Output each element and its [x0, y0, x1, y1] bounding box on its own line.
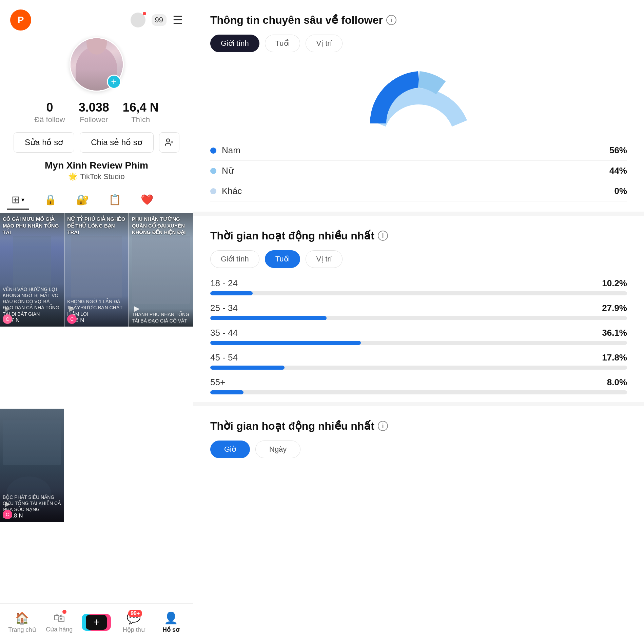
age-35-44-pct: 36.1% — [602, 328, 627, 338]
tab-videos[interactable]: ⊞ ▾ — [7, 190, 29, 209]
section-divider-1 — [193, 212, 644, 216]
nav-create[interactable]: + — [78, 614, 115, 631]
add-photo-button[interactable]: + — [107, 75, 121, 89]
tab-age-location[interactable]: Vị trí — [306, 250, 342, 268]
silhouette-head — [86, 37, 107, 55]
bar-fill-35-44 — [210, 341, 361, 345]
followers-stat: 3.038 Follower — [79, 100, 109, 124]
active-time-filter-tabs: Giới tính Tuổi Vị trí — [210, 250, 627, 268]
channel-badge-2: C — [67, 314, 77, 324]
edit-profile-button[interactable]: Sửa hồ sơ — [14, 132, 74, 153]
tab-dropdown-icon: ▾ — [21, 196, 24, 203]
female-dot — [210, 168, 216, 174]
female-pct: 44% — [609, 165, 627, 176]
tab-age[interactable]: Tuổi — [265, 35, 300, 52]
bar-fill-18-24 — [210, 291, 253, 295]
info-icon-1[interactable]: i — [386, 15, 396, 25]
gender-row-other: Khác 0% — [210, 181, 627, 201]
age-25-34-pct: 27.9% — [602, 303, 627, 313]
bar-track-45-54 — [210, 366, 627, 370]
tab-age-gender[interactable]: Giới tính — [210, 250, 259, 268]
nav-profile[interactable]: 👤 Hồ sơ — [152, 611, 190, 633]
tab-favorites[interactable]: 🔒 — [39, 190, 61, 209]
info-icon-2[interactable]: i — [378, 231, 388, 241]
tab-saved[interactable]: ❤️ — [136, 190, 158, 209]
bar-fill-45-54 — [210, 366, 285, 370]
notification-area — [131, 13, 145, 27]
gender-stats: Nam 56% Nữ 44% Khác 0% — [210, 140, 627, 201]
follower-filter-tabs: Giới tính Tuổi Vị trí — [210, 35, 627, 52]
age-18-24-pct: 10.2% — [602, 278, 627, 289]
nav-home[interactable]: 🏠 Trang chủ — [3, 611, 41, 633]
age-45-54-header: 45 - 54 17.8% — [210, 352, 627, 363]
video-grid: CÔ GÁI MƯU MÔ GIẢ MẠO PHU NHÂN TỔNG TÀI … — [0, 213, 193, 603]
age-55plus-header: 55+ 8.0% — [210, 377, 627, 388]
male-pct: 56% — [609, 145, 627, 156]
active-time-2-title: Thời gian hoạt động nhiều nhất i — [210, 419, 627, 432]
hamburger-menu[interactable]: ☰ — [173, 13, 183, 27]
age-row-18-24: 18 - 24 10.2% — [210, 278, 627, 295]
time-tabs: Giờ Ngày — [210, 441, 627, 458]
video-4-caption: BỘC PHÁT SIÊU NĂNG CỨU TỔNG TÀI KHIẾN CẢ… — [3, 494, 61, 513]
followers-label: Follower — [80, 115, 108, 124]
likes-label: Thích — [131, 115, 150, 124]
info-icon-3[interactable]: i — [378, 421, 388, 431]
age-25-34-header: 25 - 34 27.9% — [210, 303, 627, 313]
age-section: 18 - 24 10.2% 25 - 34 27.9% 35 - 44 36.1… — [210, 278, 627, 394]
notification-icon[interactable] — [131, 13, 145, 27]
age-row-45-54: 45 - 54 17.8% — [210, 352, 627, 370]
other-label: Khác — [222, 186, 614, 196]
profile-icon: 👤 — [164, 611, 178, 625]
age-row-25-34: 25 - 34 27.9% — [210, 303, 627, 320]
videos-icon: ⊞ — [12, 194, 20, 206]
tab-bar: ⊞ ▾ 🔒 🔐 📋 ❤️ — [0, 186, 193, 213]
tab-liked[interactable]: 🔐 — [72, 190, 94, 209]
age-45-54-pct: 17.8% — [602, 352, 627, 363]
add-friend-button[interactable] — [159, 132, 179, 153]
video-1-title: CÔ GÁI MƯU MÔ GIẢ MẠO PHU NHÂN TỔNG TÀI — [0, 213, 64, 238]
tab-day[interactable]: Ngày — [255, 441, 300, 458]
tab-hour[interactable]: Giờ — [210, 441, 250, 458]
badge-counter: 99 — [152, 14, 167, 26]
female-label: Nữ — [222, 165, 609, 176]
donut-chart — [210, 62, 627, 130]
tab-location[interactable]: Vị trí — [306, 35, 342, 52]
likes-count: 16,4 N — [123, 100, 159, 115]
nav-shop[interactable]: 🛍 Cửa hàng — [41, 611, 78, 633]
home-icon: 🏠 — [15, 611, 29, 625]
action-buttons: Sửa hồ sơ Chia sẻ hồ sơ — [14, 132, 179, 153]
following-label: Đã follow — [34, 115, 65, 124]
create-button[interactable]: + — [84, 614, 108, 631]
video-thumb-2[interactable]: NỮ TỶ PHÚ GIẢ NGHÈO ĐỂ THỬ LÒNG BẠN TRAI… — [64, 213, 128, 327]
create-inner: + — [86, 615, 107, 630]
nav-home-label: Trang chủ — [8, 626, 36, 633]
active-time-section-title: Thời gian hoạt động nhiều nhất i — [210, 229, 627, 242]
inbox-count: 99+ — [128, 610, 142, 617]
tiktok-studio: 🌟 TikTok Studio — [68, 172, 124, 181]
tab-reposts[interactable]: 📋 — [104, 190, 126, 209]
other-dot — [210, 188, 216, 194]
stats-row: 0 Đã follow 3.038 Follower 16,4 N Thích — [34, 100, 159, 124]
video-thumb-4[interactable]: ▶ BỘC PHÁT SIÊU NĂNG CỨU TỔNG TÀI KHIẾN … — [0, 409, 64, 522]
age-18-24-header: 18 - 24 10.2% — [210, 278, 627, 289]
bar-track-18-24 — [210, 291, 627, 295]
video-3-bottom: THÀNH PHU NHÂN TỔNG TÀI BÀ ĐẠO GIÀ CÔ VÁ… — [129, 309, 193, 326]
plus-icon: + — [93, 616, 100, 628]
avatar-wrap: + — [70, 37, 124, 92]
video-thumb-1[interactable]: CÔ GÁI MƯU MÔ GIẢ MẠO PHU NHÂN TỔNG TÀI … — [0, 213, 64, 327]
left-panel: P 99 ☰ + 0 — [0, 0, 193, 644]
share-profile-button[interactable]: Chia sẻ hồ sơ — [80, 132, 154, 153]
video-3-caption: THÀNH PHU NHÂN TỔNG TÀI BÀ ĐẠO GIÀ CÔ VÁ… — [132, 311, 190, 324]
video-2-title: NỮ TỶ PHÚ GIẢ NGHÈO ĐỂ THỬ LÒNG BẠN TRAI — [64, 213, 128, 238]
bar-fill-55plus — [210, 390, 243, 394]
male-dot — [210, 148, 216, 154]
video-1-caption: VÊNH VÁO HƯỞNG LỢI KHÔNG NGỜ BỊ MẤT VÔ Đ… — [3, 286, 61, 317]
age-35-44-header: 35 - 44 36.1% — [210, 328, 627, 338]
bar-track-55plus — [210, 390, 627, 394]
tab-gender[interactable]: Giới tính — [210, 35, 259, 52]
bottom-nav: 🏠 Trang chủ 🛍 Cửa hàng + 💬 99+ Hộp thư — [0, 603, 193, 644]
nav-inbox[interactable]: 💬 99+ Hộp thư — [115, 611, 152, 633]
video-thumb-3[interactable]: PHU NHÂN TƯỚNG QUÂN CỔ ĐẠI XUYÊN KHÔNG Đ… — [129, 213, 193, 327]
male-label: Nam — [222, 145, 609, 156]
tab-age-age[interactable]: Tuổi — [265, 250, 300, 268]
